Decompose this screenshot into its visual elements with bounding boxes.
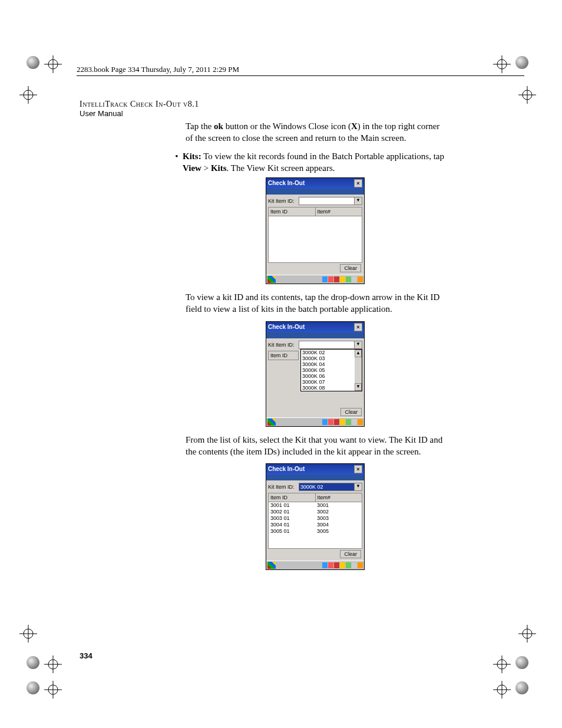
kit-dropdown-list[interactable]: 3000K 023000K 033000K 043000K 053000K 06… xyxy=(300,349,362,391)
clear-button[interactable]: Clear xyxy=(340,408,362,416)
system-tray xyxy=(322,562,363,568)
paragraph-3: From the list of kits, select the Kit th… xyxy=(186,434,445,458)
start-icon[interactable] xyxy=(267,562,276,569)
cell-item-id: 3002 01 xyxy=(269,509,315,515)
text: Tap the xyxy=(186,121,214,131)
tray-icon[interactable] xyxy=(322,419,328,425)
tray-icon[interactable] xyxy=(328,276,333,282)
table-row[interactable]: 3005 013005 xyxy=(269,528,362,535)
tray-icon[interactable] xyxy=(334,419,339,425)
reg-ball-icon xyxy=(515,681,528,694)
kit-item-id-input[interactable]: 3000K 02 xyxy=(299,483,355,491)
table-row[interactable]: 3003 013003 xyxy=(269,515,362,522)
ok-ref: ok xyxy=(214,121,223,131)
close-icon[interactable]: × xyxy=(354,179,362,187)
col-item-id[interactable]: Item ID xyxy=(269,351,298,360)
dropdown-option[interactable]: 3000K 02 xyxy=(301,350,355,355)
col-item-id[interactable]: Item ID xyxy=(269,207,316,216)
window-title: Check In-Out xyxy=(268,465,305,473)
menubar-placeholder xyxy=(266,475,364,480)
chevron-down-icon[interactable]: ▼ xyxy=(354,197,362,205)
close-icon[interactable]: × xyxy=(354,465,362,473)
tray-icon[interactable] xyxy=(352,419,357,425)
figure-3-wrap: Check In-Out × Kit Item ID: 3000K 02 ▼ I… xyxy=(186,463,445,570)
tray-icon[interactable] xyxy=(322,562,328,568)
tray-icon[interactable] xyxy=(346,562,351,568)
page-content: 2283.book Page 334 Thursday, July 7, 201… xyxy=(80,65,480,577)
tray-icon[interactable] xyxy=(346,276,351,282)
doc-title: IntelliTrack Check In-Out v8.1 xyxy=(80,100,480,109)
table-row[interactable]: 3002 013002 xyxy=(269,509,362,515)
tray-icon[interactable] xyxy=(334,562,339,568)
kit-item-id-input[interactable] xyxy=(299,341,355,349)
reg-ball-icon xyxy=(515,656,528,669)
taskbar xyxy=(266,561,364,569)
clear-button[interactable]: Clear xyxy=(340,264,361,272)
table-row[interactable]: 3004 013004 xyxy=(269,522,362,528)
window-titlebar: Check In-Out × xyxy=(266,464,364,475)
cell-item-id: 3001 01 xyxy=(269,502,315,509)
tray-icon[interactable] xyxy=(352,562,357,568)
clear-button[interactable]: Clear xyxy=(340,550,361,558)
tray-icon[interactable] xyxy=(358,562,363,568)
chevron-down-icon[interactable]: ▼ xyxy=(355,383,362,391)
paragraph-1: Tap the ok button or the Windows Close i… xyxy=(186,120,445,144)
cell-item-id: 3003 01 xyxy=(269,515,315,522)
chevron-down-icon[interactable]: ▼ xyxy=(354,483,362,491)
tray-icon[interactable] xyxy=(340,562,345,568)
doc-heading: IntelliTrack Check In-Out v8.1 User Manu… xyxy=(80,100,480,118)
kit-item-id-input[interactable] xyxy=(299,197,355,205)
dropdown-option[interactable]: 3000K 05 xyxy=(301,367,355,373)
tray-icon[interactable] xyxy=(340,276,345,282)
dropdown-option[interactable]: 3000K 03 xyxy=(301,355,355,361)
figure-view-kit-dropdown: Check In-Out × Kit Item ID: ▼ Item ID 30… xyxy=(266,321,365,427)
scrollbar[interactable]: ▲ ▼ xyxy=(355,350,362,391)
chevron-up-icon[interactable]: ▲ xyxy=(355,350,362,357)
close-icon[interactable]: × xyxy=(354,323,362,331)
cell-item-no: 3002 xyxy=(315,509,362,515)
tray-icon[interactable] xyxy=(346,419,351,425)
figure-1-wrap: Check In-Out × Kit Item ID: ▼ Item ID It… xyxy=(186,177,445,284)
dropdown-option[interactable]: 3000K 06 xyxy=(301,373,355,379)
column-headers: Item ID xyxy=(268,351,299,360)
window-title: Check In-Out xyxy=(268,179,305,187)
cell-item-no: 3003 xyxy=(315,515,362,522)
tray-icon[interactable] xyxy=(352,276,357,282)
dropdown-option[interactable]: 3000K 08 xyxy=(301,385,355,391)
col-item-no[interactable]: Item# xyxy=(316,207,362,216)
tray-icon[interactable] xyxy=(358,419,363,425)
doc-subtitle: User Manual xyxy=(80,109,480,118)
tray-icon[interactable] xyxy=(334,276,339,282)
text: From the list of kits, select the Kit th… xyxy=(186,434,445,458)
dropdown-option[interactable]: 3000K 04 xyxy=(301,361,355,367)
tray-icon[interactable] xyxy=(328,419,333,425)
tray-icon[interactable] xyxy=(358,276,363,282)
bullet-kits: • Kits: To view the kit records found in… xyxy=(171,150,448,174)
column-headers: Item ID Item# xyxy=(268,493,362,502)
menubar-placeholder xyxy=(266,332,364,338)
system-tray xyxy=(322,419,363,425)
window-titlebar: Check In-Out × xyxy=(266,178,364,189)
x-ref: X xyxy=(351,121,358,131)
text: To view a kit ID and its contents, tap t… xyxy=(186,291,445,315)
taskbar xyxy=(266,417,364,426)
window-title: Check In-Out xyxy=(268,323,305,331)
crop-header: 2283.book Page 334 Thursday, July 7, 201… xyxy=(77,65,524,76)
cell-item-id: 3004 01 xyxy=(269,522,315,528)
table-row[interactable]: 3001 013001 xyxy=(269,502,362,509)
reg-cross-icon xyxy=(493,655,511,673)
col-item-id[interactable]: Item ID xyxy=(269,493,316,502)
tray-icon[interactable] xyxy=(328,562,333,568)
tray-icon[interactable] xyxy=(322,276,328,282)
col-item-no[interactable]: Item# xyxy=(316,493,362,502)
text: . The View Kit screen appears. xyxy=(227,163,335,173)
tray-icon[interactable] xyxy=(340,419,345,425)
chevron-down-icon[interactable]: ▼ xyxy=(354,341,362,349)
start-icon[interactable] xyxy=(267,276,276,283)
window-titlebar: Check In-Out × xyxy=(266,322,364,332)
start-icon[interactable] xyxy=(267,419,276,426)
text: > xyxy=(201,163,211,173)
grid-body-empty xyxy=(268,216,362,263)
reg-cross-icon xyxy=(518,86,536,104)
dropdown-option[interactable]: 3000K 07 xyxy=(301,379,355,385)
